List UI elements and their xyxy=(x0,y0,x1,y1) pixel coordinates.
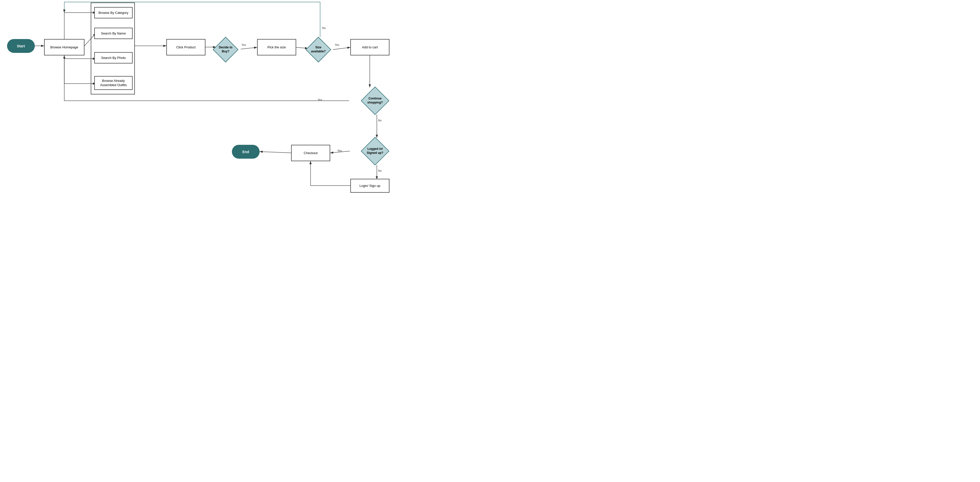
browse-category-label: Browse By Category xyxy=(99,11,129,14)
search-photo-node: Search By Photo xyxy=(94,52,133,63)
decide-buy-node: Decide to Buy? xyxy=(212,36,239,63)
yes-decide-label: Yes xyxy=(242,43,246,46)
svg-line-8 xyxy=(333,48,350,50)
checkout-label: Checkout xyxy=(304,151,318,155)
yes-size-label: Yes xyxy=(335,43,339,46)
svg-line-6 xyxy=(241,48,257,49)
login-signup-node: Login/ Sign up xyxy=(350,179,390,193)
pick-size-label: Pick the size xyxy=(267,45,286,49)
size-available-label: Size available? xyxy=(311,46,326,53)
no-logged-label: No xyxy=(378,169,382,172)
login-signup-label: Login/ Sign up xyxy=(360,184,380,188)
svg-line-11 xyxy=(259,152,291,153)
browse-homepage-node: Browse Homepage xyxy=(44,39,84,55)
flowchart-canvas: Start Browse Homepage Browse By Category… xyxy=(0,0,490,241)
checkout-node: Checkout xyxy=(291,145,330,161)
decide-buy-label: Decide to Buy? xyxy=(219,46,232,53)
browse-category-node: Browse By Category xyxy=(94,7,133,18)
browse-outfits-label: Browse Already Assembled Outfits xyxy=(100,79,127,87)
end-label: End xyxy=(242,150,249,154)
yes-continue-label: Yes xyxy=(318,98,322,101)
arrows-svg xyxy=(0,0,490,241)
logged-in-node: Logged in/ Signed up? xyxy=(360,136,390,166)
search-photo-label: Search By Photo xyxy=(101,56,126,60)
search-name-node: Search By Name xyxy=(94,28,133,39)
end-node: End xyxy=(232,145,259,159)
pick-size-node: Pick the size xyxy=(257,39,296,55)
start-label: Start xyxy=(17,44,25,48)
click-product-node: Click Product xyxy=(166,39,205,55)
yes-logged-label: Yes xyxy=(337,149,342,152)
continue-shopping-label: Continue shopping? xyxy=(367,97,383,105)
continue-shopping-node: Continue shopping? xyxy=(360,86,390,116)
browse-outfits-node: Browse Already Assembled Outfits xyxy=(94,76,133,90)
add-cart-node: Add to cart xyxy=(350,39,390,55)
no-size-label: No xyxy=(322,27,326,30)
logged-in-label: Logged in/ Signed up? xyxy=(367,147,383,155)
click-product-label: Click Product xyxy=(176,45,196,49)
search-name-label: Search By Name xyxy=(101,32,126,35)
no-continue-label: No xyxy=(378,119,382,122)
browse-homepage-label: Browse Homepage xyxy=(51,45,78,49)
start-node: Start xyxy=(7,39,35,53)
add-cart-label: Add to cart xyxy=(362,45,378,49)
size-available-node: Size available? xyxy=(304,36,332,63)
